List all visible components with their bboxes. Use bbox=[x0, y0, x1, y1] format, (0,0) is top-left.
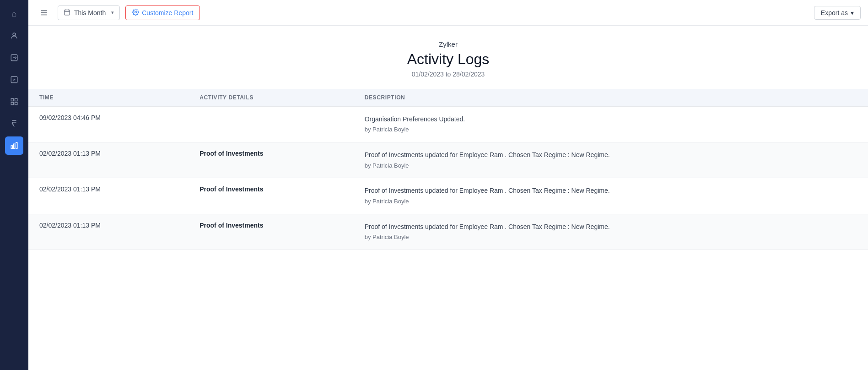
description-by: by Patricia Boyle bbox=[365, 198, 409, 205]
main-content: This Month ▾ Customize Report Export as … bbox=[28, 0, 868, 370]
export-chevron-icon: ▾ bbox=[851, 9, 854, 16]
chevron-down-icon: ▾ bbox=[111, 10, 114, 16]
report-area: Zylker Activity Logs 01/02/2023 to 28/02… bbox=[28, 26, 868, 370]
transfer-icon[interactable] bbox=[5, 49, 23, 67]
table-row: 02/02/2023 01:13 PMProof of InvestmentsP… bbox=[28, 214, 868, 250]
gear-icon bbox=[132, 9, 139, 17]
svg-point-17 bbox=[135, 11, 137, 13]
cell-activity bbox=[189, 107, 354, 142]
cell-time: 02/02/2023 01:13 PM bbox=[28, 142, 189, 178]
description-main: Organisation Preferences Updated. bbox=[365, 115, 465, 123]
toolbar: This Month ▾ Customize Report Export as … bbox=[28, 0, 868, 26]
description-by: by Patricia Boyle bbox=[365, 162, 409, 169]
cell-time: 02/02/2023 01:13 PM bbox=[28, 178, 189, 214]
svg-rect-3 bbox=[11, 98, 13, 101]
cell-time: 09/02/2023 04:46 PM bbox=[28, 107, 189, 142]
date-filter-label: This Month bbox=[74, 9, 106, 16]
cell-time: 02/02/2023 01:13 PM bbox=[28, 214, 189, 250]
description-by: by Patricia Boyle bbox=[365, 234, 409, 240]
description-by: by Patricia Boyle bbox=[365, 126, 409, 133]
cell-activity: Proof of Investments bbox=[189, 214, 354, 250]
customize-report-button[interactable]: Customize Report bbox=[125, 5, 200, 20]
activity-detail-text: Proof of Investments bbox=[199, 222, 263, 229]
table-header-row: TIME ACTIVITY DETAILS DESCRIPTION bbox=[28, 89, 868, 107]
cell-description: Proof of Investments updated for Employe… bbox=[354, 214, 868, 250]
description-main: Proof of Investments updated for Employe… bbox=[365, 223, 610, 230]
svg-rect-6 bbox=[15, 103, 17, 105]
cell-activity: Proof of Investments bbox=[189, 142, 354, 178]
chart-icon[interactable] bbox=[5, 136, 23, 155]
description-main: Proof of Investments updated for Employe… bbox=[365, 151, 610, 158]
cell-description: Proof of Investments updated for Employe… bbox=[354, 142, 868, 178]
check-icon[interactable] bbox=[5, 71, 23, 89]
grid-icon[interactable] bbox=[5, 92, 23, 111]
report-title: Activity Logs bbox=[28, 51, 868, 68]
activity-detail-text: Proof of Investments bbox=[199, 185, 263, 193]
col-header-description: DESCRIPTION bbox=[354, 89, 868, 107]
export-button[interactable]: Export as ▾ bbox=[814, 6, 861, 20]
company-name: Zylker bbox=[28, 40, 868, 48]
svg-rect-9 bbox=[16, 142, 17, 149]
table-row: 02/02/2023 01:13 PMProof of InvestmentsP… bbox=[28, 178, 868, 214]
home-icon[interactable]: ⌂ bbox=[5, 5, 23, 23]
calendar-icon bbox=[64, 9, 70, 17]
person-icon[interactable] bbox=[5, 27, 23, 45]
rupee-icon[interactable] bbox=[5, 114, 23, 133]
cell-description: Organisation Preferences Updated.by Patr… bbox=[354, 107, 868, 142]
date-filter-dropdown[interactable]: This Month ▾ bbox=[58, 5, 120, 20]
svg-rect-7 bbox=[11, 146, 12, 149]
customize-report-label: Customize Report bbox=[142, 9, 193, 16]
svg-rect-5 bbox=[11, 103, 13, 105]
description-main: Proof of Investments updated for Employe… bbox=[365, 187, 610, 194]
svg-rect-4 bbox=[15, 98, 17, 101]
svg-rect-13 bbox=[65, 10, 70, 15]
activity-log-table: TIME ACTIVITY DETAILS DESCRIPTION 09/02/… bbox=[28, 89, 868, 250]
activity-detail-text: Proof of Investments bbox=[199, 150, 263, 157]
table-row: 09/02/2023 04:46 PMOrganisation Preferen… bbox=[28, 107, 868, 142]
report-date-range: 01/02/2023 to 28/02/2023 bbox=[28, 71, 868, 78]
col-header-activity: ACTIVITY DETAILS bbox=[189, 89, 354, 107]
svg-point-0 bbox=[13, 33, 16, 36]
export-label: Export as bbox=[821, 9, 848, 16]
table-row: 02/02/2023 01:13 PMProof of InvestmentsP… bbox=[28, 142, 868, 178]
col-header-time: TIME bbox=[28, 89, 189, 107]
cell-activity: Proof of Investments bbox=[189, 178, 354, 214]
sidebar: ⌂ bbox=[0, 0, 28, 370]
report-header: Zylker Activity Logs 01/02/2023 to 28/02… bbox=[28, 26, 868, 85]
svg-rect-8 bbox=[14, 144, 15, 149]
cell-description: Proof of Investments updated for Employe… bbox=[354, 178, 868, 214]
menu-button[interactable] bbox=[36, 5, 52, 21]
